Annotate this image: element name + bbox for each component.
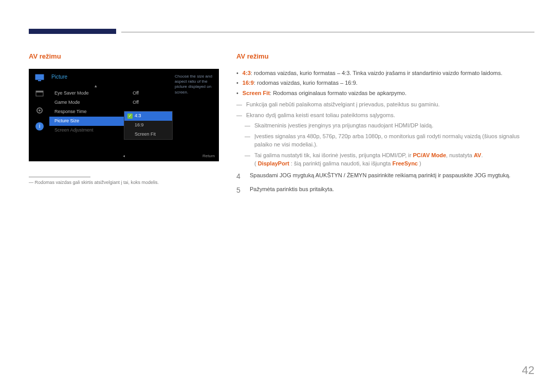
dash-icon: ― xyxy=(245,132,250,149)
right-column: AV režimu • 4:3: rodomas vaizdas, kurio … xyxy=(236,51,534,199)
step-text: Pažymėta parinktis bus pritaikyta. xyxy=(250,185,334,196)
t: PC/AV Mode xyxy=(413,152,447,158)
check-icon: ✓ xyxy=(127,114,133,119)
svg-rect-1 xyxy=(38,80,41,81)
subnote-text: Įvesties signalas yra 480p, 576p, 720p a… xyxy=(254,132,534,149)
t: Tai galima nustatyti tik, kai išorinė įv… xyxy=(254,152,413,158)
osd-item-label: Picture Size xyxy=(54,118,79,125)
step-4: 4 Spausdami JOG mygtuką AUKŠTYN / ŽEMYN … xyxy=(236,171,534,182)
bullet-screenfit: • Screen Fit: Rodomas originalaus format… xyxy=(236,89,534,98)
right-title: AV režimu xyxy=(236,51,534,62)
dash-icon: ― xyxy=(245,151,250,168)
t: : šią parinktį galima naudoti, kai išjun… xyxy=(289,160,393,166)
t: , nustatyta xyxy=(446,152,474,158)
osd-screenshot: i Picture ▴ Eye Saver Mode Off Game Mode… xyxy=(29,69,219,161)
system-tab-icon xyxy=(34,106,45,115)
bullet-lead: 16:9 xyxy=(243,80,254,86)
bullet-text: 16:9: rodomas vaizdas, kurio formatas – … xyxy=(243,79,358,87)
t: ( xyxy=(254,160,258,166)
step-text: Spausdami JOG mygtuką AUKŠTYN / ŽEMYN pa… xyxy=(250,171,510,182)
up-arrow-icon: ▴ xyxy=(49,83,142,89)
left-column: AV režimu i Picture ▴ Eye Saver Mode Off xyxy=(29,51,224,186)
osd-sub-item-screenfit: Screen Fit xyxy=(124,130,172,139)
info-tab-icon: i xyxy=(35,122,44,130)
footnote: ― Rodomas vaizdas gali skirtis atsižvelg… xyxy=(29,179,224,186)
header-accent-bar xyxy=(29,29,116,34)
osd-item-eye-saver: Eye Saver Mode Off xyxy=(49,89,142,98)
bullet-list: • 4:3: rodomas vaizdas, kurio formatas –… xyxy=(236,69,534,98)
footnote-rule xyxy=(29,177,90,177)
osd-item-value: Off xyxy=(133,99,139,106)
osd-sub-label: 4:3 xyxy=(135,113,141,120)
bullet-lead: Screen Fit xyxy=(243,90,270,96)
note-text: Ekrano dydį galima keisti esant toliau p… xyxy=(246,111,395,120)
picture-tab-icon xyxy=(34,73,45,82)
bullet-icon: • xyxy=(236,69,238,78)
step-5: 5 Pažymėta parinktis bus pritaikyta. xyxy=(236,185,534,196)
bullet-text: Screen Fit: Rodomas originalaus formato … xyxy=(243,89,406,98)
bullet-rest: : rodomas vaizdas, kurio formatas – 4:3.… xyxy=(251,70,503,76)
footnote-text: Rodomas vaizdas gali skirtis atsižvelgia… xyxy=(35,180,159,185)
note-1: ― Funkcija gali nebūti palaikoma atsižve… xyxy=(236,100,534,109)
onscreen-tab-icon xyxy=(34,89,45,99)
subnote-1: ― Skaitmeninis įvesties įrenginys yra pr… xyxy=(245,121,534,130)
svg-rect-3 xyxy=(36,91,43,92)
subnote-text: Skaitmeninis įvesties įrenginys yra prij… xyxy=(254,121,433,130)
osd-heading: Picture xyxy=(49,73,142,81)
note-2: ― Ekrano dydį galima keisti esant toliau… xyxy=(236,111,534,120)
bullet-lead: 4:3 xyxy=(243,70,251,76)
t: ) xyxy=(418,160,421,166)
osd-submenu: ✓ 4:3 16:9 Screen Fit xyxy=(124,111,173,140)
t: AV xyxy=(474,152,481,158)
left-title: AV režimu xyxy=(29,51,224,62)
osd-return: Return xyxy=(202,153,215,159)
bullet-icon: • xyxy=(236,89,238,98)
nav-left-icon: ◂ xyxy=(123,153,125,159)
t: DisplayPort xyxy=(258,160,289,166)
svg-point-5 xyxy=(39,109,41,111)
svg-rect-0 xyxy=(35,74,44,80)
osd-item-label: Game Mode xyxy=(54,99,80,106)
bullet-text: 4:3: rodomas vaizdas, kurio formatas – 4… xyxy=(243,69,503,78)
osd-sub-item-169: 16:9 xyxy=(124,121,172,130)
t: . xyxy=(481,152,483,158)
header-rule xyxy=(121,32,534,32)
osd-item-label: Screen Adjustment xyxy=(54,127,94,134)
osd-desc: Choose the size and aspect ratio of the … xyxy=(175,74,216,96)
osd-sub-label: 16:9 xyxy=(135,122,144,129)
subnote-2: ― Įvesties signalas yra 480p, 576p, 720p… xyxy=(245,132,534,149)
bullet-43: • 4:3: rodomas vaizdas, kurio formatas –… xyxy=(236,69,534,78)
subnote-text: Tai galima nustatyti tik, kai išorinė įv… xyxy=(254,151,483,168)
dash-icon: ― xyxy=(236,111,242,120)
osd-item-label: Response Time xyxy=(54,108,87,116)
page-number: 42 xyxy=(522,362,534,379)
osd-sub-item-43: ✓ 4:3 xyxy=(124,111,172,121)
t: FreeSync xyxy=(392,160,418,166)
subnote-3: ― Tai galima nustatyti tik, kai išorinė … xyxy=(245,151,534,168)
bullet-rest: : Rodomas originalaus formato vaizdas be… xyxy=(270,90,406,96)
osd-item-value: Off xyxy=(133,90,139,97)
dash-icon: ― xyxy=(236,100,242,109)
osd-sub-label: Screen Fit xyxy=(135,131,156,138)
bullet-icon: • xyxy=(236,79,238,87)
osd-item-game-mode: Game Mode Off xyxy=(49,98,142,107)
step-number: 5 xyxy=(236,185,244,196)
osd-sidebar: i xyxy=(33,73,46,157)
osd-item-label: Eye Saver Mode xyxy=(54,90,89,97)
bullet-169: • 16:9: rodomas vaizdas, kurio formatas … xyxy=(236,79,534,87)
dash-icon: ― xyxy=(245,121,250,130)
note-text: Funkcija gali nebūti palaikoma atsižvelg… xyxy=(246,100,440,109)
bullet-rest: : rodomas vaizdas, kurio formatas – 16:9… xyxy=(254,80,358,86)
step-number: 4 xyxy=(236,171,244,182)
